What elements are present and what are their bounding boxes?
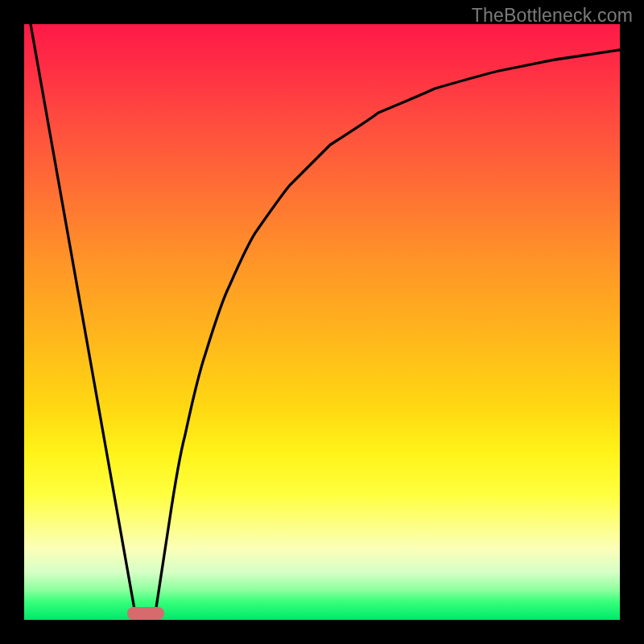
curve-left-segment <box>31 24 136 618</box>
chart-frame: TheBottleneck.com <box>0 0 644 644</box>
curve-right-segment <box>155 50 620 618</box>
watermark-text: TheBottleneck.com <box>472 5 633 27</box>
plot-area <box>24 24 620 620</box>
optimum-marker <box>127 607 164 620</box>
bottleneck-curve <box>24 24 620 620</box>
